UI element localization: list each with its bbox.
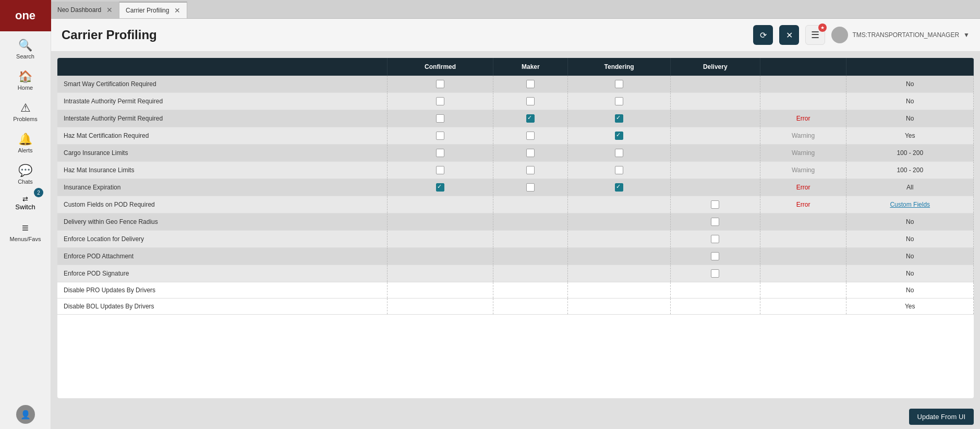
delivery-cell[interactable] bbox=[670, 76, 760, 93]
confirmed-checkbox[interactable] bbox=[436, 132, 444, 140]
tendering-checkbox[interactable] bbox=[615, 132, 623, 140]
delivery-cell[interactable] bbox=[670, 196, 760, 213]
confirmed-cell[interactable] bbox=[387, 248, 493, 265]
tendering-checkbox[interactable] bbox=[615, 149, 623, 157]
tab-neo-dashboard[interactable]: Neo Dashboard ✕ bbox=[51, 2, 119, 18]
tab-close-icon[interactable]: ✕ bbox=[174, 6, 180, 15]
confirmed-cell[interactable] bbox=[387, 282, 493, 299]
dropdown-icon[interactable]: ▼ bbox=[963, 31, 970, 39]
confirmed-cell[interactable] bbox=[387, 110, 493, 127]
table-scroll-area[interactable]: Confirmed Maker Tendering Delivery Smart… bbox=[57, 58, 974, 398]
maker-cell[interactable] bbox=[493, 231, 568, 248]
delivery-cell[interactable] bbox=[670, 213, 760, 231]
value-cell[interactable]: Custom Fields bbox=[846, 196, 974, 213]
maker-cell[interactable] bbox=[493, 213, 568, 231]
delivery-cell[interactable] bbox=[670, 110, 760, 127]
confirmed-checkbox[interactable] bbox=[436, 166, 444, 174]
maker-cell[interactable] bbox=[493, 248, 568, 265]
maker-cell[interactable] bbox=[493, 162, 568, 179]
confirmed-cell[interactable] bbox=[387, 162, 493, 179]
maker-checkbox[interactable] bbox=[526, 149, 535, 157]
confirmed-cell[interactable] bbox=[387, 196, 493, 213]
delivery-checkbox[interactable] bbox=[711, 200, 719, 209]
confirmed-cell[interactable] bbox=[387, 265, 493, 282]
maker-cell[interactable] bbox=[493, 145, 568, 162]
tendering-cell[interactable] bbox=[568, 196, 671, 213]
delivery-checkbox[interactable] bbox=[711, 252, 719, 260]
confirmed-checkbox[interactable] bbox=[436, 149, 444, 157]
delivery-cell[interactable] bbox=[670, 248, 760, 265]
tendering-cell[interactable] bbox=[568, 110, 671, 127]
tendering-cell[interactable] bbox=[568, 162, 671, 179]
maker-checkbox[interactable] bbox=[526, 80, 535, 88]
tendering-cell[interactable] bbox=[568, 282, 671, 299]
confirmed-cell[interactable] bbox=[387, 213, 493, 231]
delivery-cell[interactable] bbox=[670, 162, 760, 179]
tab-carrier-profiling[interactable]: Carrier Profiling ✕ bbox=[119, 2, 187, 18]
app-logo[interactable]: one bbox=[0, 0, 51, 31]
confirmed-cell[interactable] bbox=[387, 145, 493, 162]
tendering-checkbox[interactable] bbox=[615, 97, 623, 105]
sidebar-item-alerts[interactable]: 🔔 Alerts bbox=[0, 127, 51, 159]
refresh-button[interactable]: ⟳ bbox=[753, 25, 773, 45]
tendering-cell[interactable] bbox=[568, 179, 671, 196]
custom-fields-link[interactable]: Custom Fields bbox=[890, 201, 930, 208]
maker-cell[interactable] bbox=[493, 110, 568, 127]
sidebar-item-home[interactable]: 🏠 Home bbox=[0, 65, 51, 96]
maker-checkbox[interactable] bbox=[526, 132, 535, 140]
delivery-cell[interactable] bbox=[670, 145, 760, 162]
confirmed-cell[interactable] bbox=[387, 76, 493, 93]
sidebar-item-problems[interactable]: ⚠ Problems bbox=[0, 96, 51, 127]
confirmed-cell[interactable] bbox=[387, 299, 493, 315]
confirmed-checkbox[interactable] bbox=[436, 80, 444, 88]
menu-button[interactable]: ☰ ★ bbox=[805, 25, 825, 45]
delivery-cell[interactable] bbox=[670, 127, 760, 145]
tendering-cell[interactable] bbox=[568, 265, 671, 282]
sidebar-item-switch[interactable]: 2 ⇄ Switch bbox=[0, 190, 51, 216]
tab-close-icon[interactable]: ✕ bbox=[106, 6, 113, 14]
user-avatar-sidebar[interactable]: 👤 bbox=[16, 405, 35, 424]
maker-cell[interactable] bbox=[493, 299, 568, 315]
confirmed-cell[interactable] bbox=[387, 179, 493, 196]
maker-cell[interactable] bbox=[493, 127, 568, 145]
confirmed-cell[interactable] bbox=[387, 93, 493, 110]
delivery-checkbox[interactable] bbox=[711, 235, 719, 243]
tendering-cell[interactable] bbox=[568, 145, 671, 162]
maker-checkbox[interactable] bbox=[526, 114, 535, 123]
confirmed-cell[interactable] bbox=[387, 231, 493, 248]
sidebar-item-chats[interactable]: 💬 Chats bbox=[0, 159, 51, 190]
tendering-cell[interactable] bbox=[568, 93, 671, 110]
sidebar-item-menus-favs[interactable]: ≡ Menus/Favs bbox=[0, 216, 51, 247]
maker-cell[interactable] bbox=[493, 93, 568, 110]
tendering-checkbox[interactable] bbox=[615, 114, 623, 123]
delivery-checkbox[interactable] bbox=[711, 269, 719, 278]
delivery-checkbox[interactable] bbox=[711, 218, 719, 226]
sidebar-item-search[interactable]: 🔍 Search bbox=[0, 33, 51, 65]
maker-checkbox[interactable] bbox=[526, 183, 535, 192]
confirmed-checkbox[interactable] bbox=[436, 183, 444, 192]
tendering-checkbox[interactable] bbox=[615, 183, 623, 192]
update-from-ui-button[interactable]: Update From UI bbox=[909, 409, 974, 425]
tendering-checkbox[interactable] bbox=[615, 166, 623, 174]
maker-cell[interactable] bbox=[493, 282, 568, 299]
delivery-cell[interactable] bbox=[670, 179, 760, 196]
delivery-cell[interactable] bbox=[670, 299, 760, 315]
confirmed-checkbox[interactable] bbox=[436, 114, 444, 123]
tendering-checkbox[interactable] bbox=[615, 80, 623, 88]
confirmed-cell[interactable] bbox=[387, 127, 493, 145]
maker-checkbox[interactable] bbox=[526, 97, 535, 105]
tendering-cell[interactable] bbox=[568, 248, 671, 265]
tendering-cell[interactable] bbox=[568, 299, 671, 315]
maker-cell[interactable] bbox=[493, 265, 568, 282]
delivery-cell[interactable] bbox=[670, 282, 760, 299]
maker-cell[interactable] bbox=[493, 196, 568, 213]
confirmed-checkbox[interactable] bbox=[436, 97, 444, 105]
tendering-cell[interactable] bbox=[568, 231, 671, 248]
close-button[interactable]: ✕ bbox=[779, 25, 799, 45]
tendering-cell[interactable] bbox=[568, 213, 671, 231]
maker-checkbox[interactable] bbox=[526, 166, 535, 174]
tendering-cell[interactable] bbox=[568, 76, 671, 93]
delivery-cell[interactable] bbox=[670, 93, 760, 110]
delivery-cell[interactable] bbox=[670, 265, 760, 282]
delivery-cell[interactable] bbox=[670, 231, 760, 248]
